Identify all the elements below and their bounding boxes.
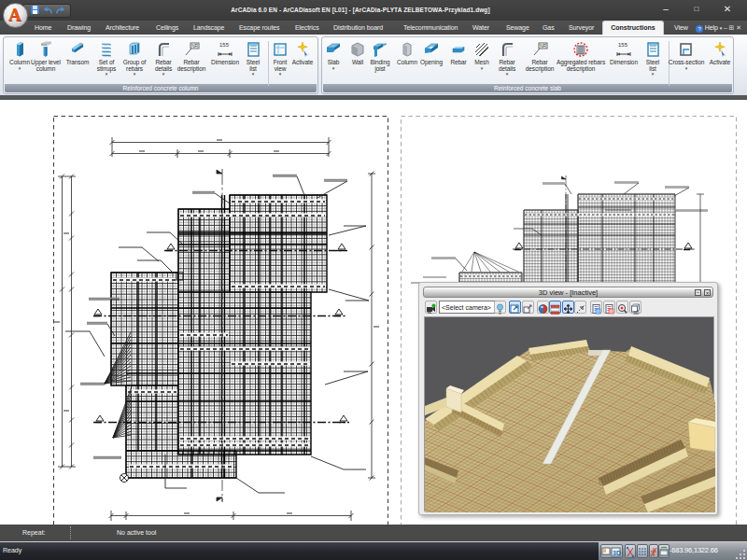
svg-text:155: 155 — [219, 42, 230, 48]
svg-text:3D: 3D — [613, 550, 621, 556]
svg-text:155: 155 — [618, 42, 628, 48]
svg-text:3D: 3D — [633, 310, 640, 315]
svg-text:NR: NR — [540, 43, 547, 49]
svg-text:NR: NR — [191, 43, 199, 49]
